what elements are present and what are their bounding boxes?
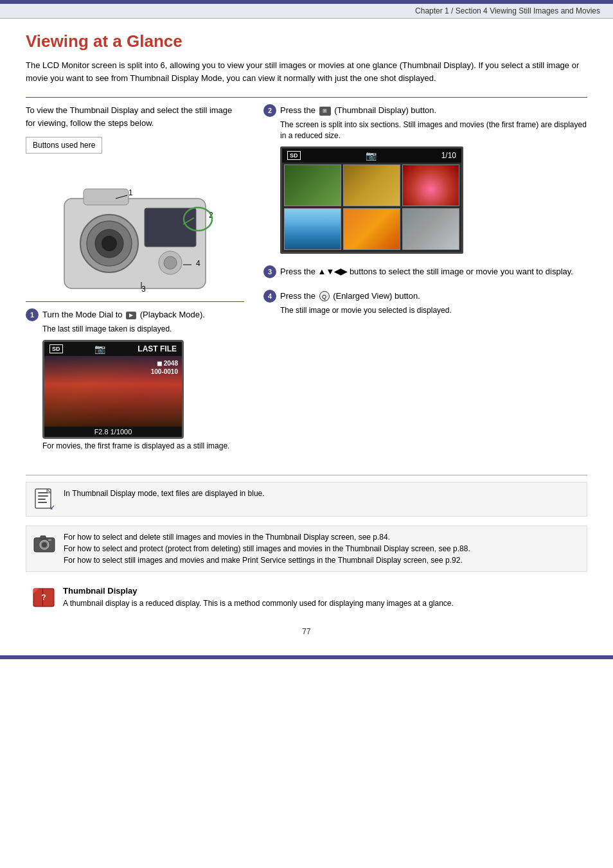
info-section: ↙ In Thumbnail Display mode, text files … xyxy=(26,475,587,614)
last-file-text: LAST FILE xyxy=(138,344,177,353)
sd-label: SD xyxy=(49,344,63,353)
svg-rect-21 xyxy=(38,499,46,500)
step-intro-text: To view the Thumbnail Display and select… xyxy=(26,104,244,129)
page-number: 77 xyxy=(302,627,310,636)
camera-note-icon-wrap xyxy=(33,531,56,554)
enlarged-view-icon: Q xyxy=(319,291,330,301)
step-1-movie-note: For movies, the first frame is displayed… xyxy=(42,441,244,450)
step-3-text: Press the ▲▼◀▶ buttons to select the sti… xyxy=(280,265,573,278)
svg-rect-20 xyxy=(38,495,48,497)
step-3-header: 3 Press the ▲▼◀▶ buttons to select the s… xyxy=(263,265,587,278)
step-1-lcd: SD 📷 LAST FILE ◼ 2048100-0010 xyxy=(42,340,244,439)
info-row-2: For how to select and delete still image… xyxy=(26,526,587,572)
thumb-cell-4 xyxy=(284,208,341,250)
info-row-1: ↙ In Thumbnail Display mode, text files … xyxy=(26,482,587,517)
svg-point-5 xyxy=(102,236,117,251)
step-1-header: 1 Turn the Mode Dial to ▶ (Playback Mode… xyxy=(26,308,244,321)
svg-text:?: ? xyxy=(41,593,46,602)
step-1-subtext: The last still image taken is displayed. xyxy=(42,324,244,335)
step-4-block: 4 Press the Q (Enlarged View) button. Th… xyxy=(263,290,587,316)
step-4-subtext: The still image or movie you selected is… xyxy=(280,305,587,316)
thumb-cell-2 xyxy=(343,164,400,206)
step-4-text: Press the Q (Enlarged View) button. xyxy=(280,290,420,303)
step1-separator xyxy=(26,301,244,302)
page-title: Viewing at a Glance xyxy=(26,31,587,51)
info-text-1: In Thumbnail Display mode, text files ar… xyxy=(64,488,265,499)
buttons-label-text: Buttons used here xyxy=(33,141,95,150)
grid-page-indicator: 1/10 xyxy=(441,151,456,160)
svg-point-8 xyxy=(164,256,177,269)
two-column-layout: To view the Thumbnail Display and select… xyxy=(26,104,587,462)
lcd-overlay-text: ◼ 2048100-0010 xyxy=(151,359,178,376)
step-2-header: 2 Press the ⊞ (Thumbnail Display) button… xyxy=(263,104,587,117)
lcd-topbar: SD 📷 LAST FILE xyxy=(44,342,182,356)
text-file-icon: ↙ xyxy=(33,488,56,511)
svg-rect-29 xyxy=(48,539,51,541)
step-2-block: 2 Press the ⊞ (Thumbnail Display) button… xyxy=(263,104,587,254)
thumb-cell-3-bg xyxy=(403,165,459,206)
thumb-cell-5 xyxy=(343,208,400,250)
lcd-bottombar: F2.8 1/1000 xyxy=(44,427,182,437)
svg-text:↙: ↙ xyxy=(49,504,55,511)
definition-text: Thumbnail Display A thumbnail display is… xyxy=(63,586,454,609)
def-title: Thumbnail Display xyxy=(63,586,454,596)
info-text-2: For how to select and delete still image… xyxy=(64,531,470,566)
chapter-header: Chapter 1 / Section 4 Viewing Still Imag… xyxy=(0,4,613,19)
info-text-1-content: In Thumbnail Display mode, text files ar… xyxy=(64,489,265,498)
definition-icon-wrap: ? xyxy=(32,586,55,609)
step-2-subtext: The screen is split into six sections. S… xyxy=(280,120,587,141)
step-1-block: 1 Turn the Mode Dial to ▶ (Playback Mode… xyxy=(26,301,244,450)
chapter-info-text: Chapter 1 / Section 4 Viewing Still Imag… xyxy=(415,6,600,15)
def-body: A thumbnail display is a reduced display… xyxy=(63,598,454,609)
lcd-frame: SD 📷 LAST FILE ◼ 2048100-0010 xyxy=(42,340,184,439)
buttons-used-box: Buttons used here xyxy=(26,137,102,154)
thumb-cell-1 xyxy=(284,164,341,206)
thumbnail-display-icon: ⊞ xyxy=(319,107,331,116)
svg-text:4: 4 xyxy=(196,259,200,268)
top-separator xyxy=(26,97,587,98)
step-3-block: 3 Press the ▲▼◀▶ buttons to select the s… xyxy=(263,265,587,278)
page-footer: 77 xyxy=(26,621,587,642)
step-2-number: 2 xyxy=(263,104,276,117)
playback-mode-icon: ▶ xyxy=(126,312,136,319)
camera-diagram: 1 2 3 4 xyxy=(26,160,244,295)
intro-text: The LCD Monitor screen is split into 6, … xyxy=(26,59,587,84)
step-4-header: 4 Press the Q (Enlarged View) button. xyxy=(263,290,587,303)
bottom-bar xyxy=(0,655,613,659)
step-4-number: 4 xyxy=(263,290,276,303)
camera-icon-lcd: 📷 xyxy=(94,344,105,354)
page-wrapper: Chapter 1 / Section 4 Viewing Still Imag… xyxy=(0,0,613,868)
main-content: Viewing at a Glance The LCD Monitor scre… xyxy=(0,19,613,655)
step-1-number: 1 xyxy=(26,308,39,321)
book-definition-icon: ? xyxy=(32,586,55,609)
step-2-text: Press the ⊞ (Thumbnail Display) button. xyxy=(280,104,436,117)
thumb-cell-6 xyxy=(402,208,459,250)
camera-svg: 1 2 3 4 xyxy=(45,160,225,295)
lcd-image-area: ◼ 2048100-0010 xyxy=(44,356,182,427)
svg-text:1: 1 xyxy=(129,188,133,197)
camera-note-icon xyxy=(33,531,56,554)
step-3-number: 3 xyxy=(263,265,276,278)
svg-rect-22 xyxy=(38,502,47,503)
step-1-text: Turn the Mode Dial to ▶ (Playback Mode). xyxy=(42,308,205,321)
thumb-cell-3 xyxy=(402,164,459,206)
thumbnail-grid: SD 📷 1/10 xyxy=(280,146,463,254)
svg-text:3: 3 xyxy=(141,285,146,294)
svg-point-27 xyxy=(42,542,47,547)
definition-row: ? Thumbnail Display A thumbnail display … xyxy=(26,581,587,614)
right-column: 2 Press the ⊞ (Thumbnail Display) button… xyxy=(263,104,587,462)
svg-rect-28 xyxy=(40,536,46,539)
left-column: To view the Thumbnail Display and select… xyxy=(26,104,244,462)
grid-sd-label: SD xyxy=(287,151,301,160)
grid-cells xyxy=(282,163,461,252)
text-file-icon-wrap: ↙ xyxy=(33,488,56,511)
grid-topbar: SD 📷 1/10 xyxy=(282,148,461,163)
grid-camera-icon: 📷 xyxy=(366,150,377,161)
